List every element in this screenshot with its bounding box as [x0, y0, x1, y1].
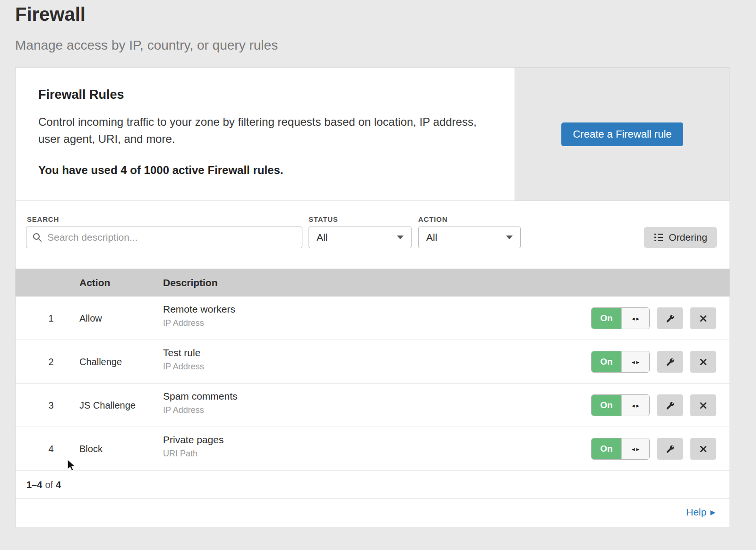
chevron-down-icon: [506, 236, 513, 239]
help-link[interactable]: Help ▶: [686, 499, 715, 525]
firewall-rules-info: Firewall Rules Control incoming traffic …: [16, 68, 515, 201]
toggle-on-label: On: [592, 438, 621, 459]
rules-list: 1 Allow Remote workers IP Address On ◂▸: [16, 297, 730, 471]
search-input[interactable]: [26, 227, 302, 248]
rules-usage-text: You have used 4 of 1000 active Firewall …: [38, 164, 492, 177]
page-subtitle: Manage access by IP, country, or query r…: [15, 38, 278, 53]
firewall-rules-card: Firewall Rules Control incoming traffic …: [15, 67, 730, 201]
chevron-down-icon: [397, 236, 404, 239]
table-row: 1 Allow Remote workers IP Address On ◂▸: [16, 297, 730, 340]
toggle-drag-icon[interactable]: ◂▸: [621, 395, 649, 416]
column-header-description: Description: [163, 269, 218, 297]
action-selected-value: All: [426, 232, 437, 243]
pagination-of: of: [45, 480, 53, 490]
status-label: STATUS: [309, 215, 338, 223]
create-firewall-rule-button[interactable]: Create a Firewall rule: [561, 122, 683, 146]
rule-description: Private pages: [163, 434, 223, 445]
wrench-icon: [665, 444, 675, 454]
table-row: 4 Block Private pages URI Path On ◂▸: [16, 427, 730, 471]
search-label: SEARCH: [27, 215, 59, 223]
close-icon: [699, 445, 708, 454]
rule-number: 2: [42, 340, 60, 384]
search-field-wrap: [26, 227, 302, 248]
toggle-on-label: On: [592, 351, 621, 372]
pagination-total: 4: [56, 480, 61, 490]
rule-enabled-toggle[interactable]: On ◂▸: [591, 307, 650, 329]
page-title: Firewall: [15, 4, 86, 25]
close-icon: [699, 314, 708, 323]
mouse-cursor: [66, 460, 77, 471]
table-header: Action Description: [16, 269, 730, 297]
arrow-right-icon: ▶: [710, 509, 715, 515]
rule-description: Test rule: [163, 347, 204, 358]
delete-rule-button[interactable]: [690, 307, 716, 329]
rule-enabled-toggle[interactable]: On ◂▸: [591, 351, 650, 373]
rule-controls: On ◂▸: [591, 438, 716, 460]
rule-description-cell: Spam comments IP Address: [163, 391, 238, 415]
action-label: ACTION: [418, 215, 447, 223]
rule-action: Allow: [79, 297, 102, 340]
rule-enabled-toggle[interactable]: On ◂▸: [591, 394, 650, 416]
rules-panel: SEARCH STATUS All ACTION All: [15, 201, 730, 527]
rule-number: 1: [42, 297, 60, 340]
ordering-button-label: Ordering: [669, 232, 707, 243]
help-link-label: Help: [686, 499, 706, 525]
edit-rule-button[interactable]: [657, 351, 683, 373]
delete-rule-button[interactable]: [690, 351, 716, 373]
create-rule-panel: Create a Firewall rule: [515, 68, 730, 201]
rule-match-type: IP Address: [163, 405, 238, 415]
column-header-action: Action: [79, 269, 110, 297]
rule-enabled-toggle[interactable]: On ◂▸: [591, 438, 650, 460]
rule-action: JS Challenge: [79, 384, 136, 427]
card-title: Firewall Rules: [38, 87, 492, 102]
toggle-drag-icon[interactable]: ◂▸: [621, 438, 649, 459]
wrench-icon: [665, 314, 675, 323]
rule-match-type: URI Path: [163, 449, 223, 459]
firewall-page: Firewall Manage access by IP, country, o…: [0, 0, 756, 550]
rule-description-cell: Private pages URI Path: [163, 434, 223, 459]
wrench-icon: [665, 357, 675, 367]
ordered-list-icon: [653, 232, 664, 243]
toggle-on-label: On: [592, 308, 621, 329]
rule-description: Remote workers: [163, 304, 235, 315]
rule-description-cell: Test rule IP Address: [163, 347, 204, 372]
close-icon: [699, 401, 708, 410]
rule-number: 3: [42, 384, 60, 427]
rule-controls: On ◂▸: [591, 394, 716, 416]
status-select[interactable]: All: [309, 227, 412, 248]
edit-rule-button[interactable]: [657, 307, 683, 329]
toggle-drag-icon[interactable]: ◂▸: [621, 308, 649, 329]
ordering-button[interactable]: Ordering: [644, 227, 717, 248]
rule-description-cell: Remote workers IP Address: [163, 304, 235, 328]
table-row: 2 Challenge Test rule IP Address On ◂▸: [16, 340, 730, 384]
edit-rule-button[interactable]: [657, 394, 683, 416]
table-row: 3 JS Challenge Spam comments IP Address …: [16, 384, 730, 427]
rule-action: Block: [79, 427, 103, 471]
pagination-status: 1–4of4: [16, 471, 730, 499]
rule-match-type: IP Address: [163, 362, 204, 372]
delete-rule-button[interactable]: [690, 394, 716, 416]
rule-controls: On ◂▸: [591, 351, 716, 373]
panel-footer: Help ▶: [16, 499, 730, 527]
rule-match-type: IP Address: [163, 318, 235, 328]
toggle-drag-icon[interactable]: ◂▸: [621, 351, 649, 372]
close-icon: [699, 358, 708, 367]
toggle-on-label: On: [592, 395, 621, 416]
rule-description: Spam comments: [163, 391, 238, 402]
rule-action: Challenge: [79, 340, 122, 384]
card-description: Control incoming traffic to your zone by…: [38, 113, 487, 148]
rule-number: 4: [42, 427, 60, 471]
rule-controls: On ◂▸: [591, 307, 716, 329]
action-select[interactable]: All: [418, 227, 521, 248]
wrench-icon: [665, 401, 675, 410]
delete-rule-button[interactable]: [690, 438, 716, 460]
status-selected-value: All: [317, 232, 327, 243]
edit-rule-button[interactable]: [657, 438, 683, 460]
pagination-range: 1–4: [26, 480, 42, 490]
search-icon: [32, 232, 43, 243]
